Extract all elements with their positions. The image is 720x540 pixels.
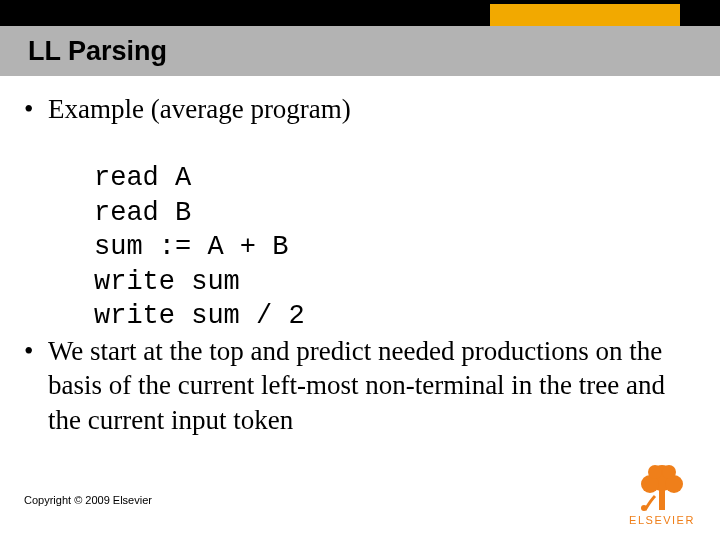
slide: LL Parsing Example (average program) rea…	[0, 0, 720, 540]
bullet-explanation: We start at the top and predict needed p…	[24, 334, 696, 438]
slide-title: LL Parsing	[28, 36, 167, 67]
title-bar: LL Parsing	[0, 26, 720, 76]
code-line: sum := A + B	[94, 232, 288, 262]
svg-point-6	[641, 505, 647, 511]
elsevier-tree-icon	[633, 460, 691, 512]
svg-point-4	[648, 465, 662, 479]
bullet-list: We start at the top and predict needed p…	[24, 334, 696, 438]
svg-point-5	[662, 465, 676, 479]
code-line: write sum	[94, 267, 240, 297]
code-block: read A read B sum := A + B write sum wri…	[94, 127, 696, 334]
code-line: read A	[94, 163, 191, 193]
publisher-name: ELSEVIER	[622, 514, 702, 526]
code-line: write sum / 2	[94, 301, 305, 331]
bullet-example: Example (average program)	[24, 92, 696, 127]
content-area: Example (average program) read A read B …	[24, 92, 696, 437]
publisher-logo: ELSEVIER	[622, 460, 702, 526]
code-line: read B	[94, 198, 191, 228]
copyright-text: Copyright © 2009 Elsevier	[24, 494, 152, 506]
bullet-list: Example (average program)	[24, 92, 696, 127]
svg-rect-0	[659, 488, 665, 510]
